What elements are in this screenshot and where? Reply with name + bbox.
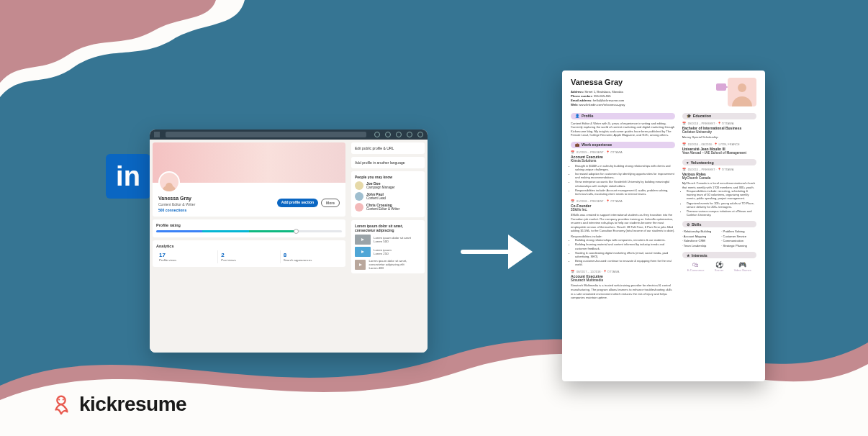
interest-item: 🎮Video Games (734, 261, 751, 272)
rating-slider[interactable] (156, 230, 342, 232)
graduation-icon: 🎓 (687, 114, 691, 118)
browser-toolbar (150, 130, 428, 140)
resume-avatar (728, 78, 756, 106)
section-volunteering: ♥Volunteering (682, 159, 756, 165)
skill-item: · Team Leadership (682, 244, 718, 248)
promoted-item[interactable]: Lorem ipsumLorem 250 (355, 247, 421, 257)
pymk-item[interactable]: Joe DoeCampaign Manager (355, 181, 421, 190)
skill-item: · Salesforce CRM (682, 239, 718, 243)
more-button[interactable]: More (321, 199, 340, 207)
kickresume-icon (50, 394, 72, 415)
skill-item: · Customer Service (721, 235, 756, 239)
profile-rating-card: Profile rating (153, 219, 345, 237)
svg-point-1 (58, 399, 60, 400)
analytics-cell[interactable]: 17Profile views (156, 250, 218, 263)
user-icon: 👤 (575, 114, 579, 118)
skill-item: · Problem Solving (721, 230, 756, 234)
add-profile-section-button[interactable]: Add profile section (277, 199, 318, 207)
brand-name: kickresume (79, 393, 186, 416)
nav-messaging-icon[interactable] (407, 132, 412, 137)
nav-jobs-icon[interactable] (396, 132, 402, 137)
skill-item: · Account Mapping (682, 235, 718, 239)
experience-item: 01/2018 – PRESENT · 📍 OTTAWA Co-Founder … (571, 199, 675, 266)
brand-logo: kickresume (50, 393, 186, 416)
gear-icon: ⚙ (687, 222, 690, 227)
skill-item: · Strategic Planning (721, 244, 756, 248)
promoted-item[interactable]: Lorem ipsum dolor sit ametLorem 500 (355, 235, 421, 245)
add-language-link[interactable]: Add profile in another language (351, 157, 425, 168)
svg-point-2 (63, 399, 64, 400)
analytics-title: Analytics (156, 244, 342, 248)
promoted-card: Lorem ipsum dolor sit amet, consectetur … (351, 220, 425, 273)
pymk-item[interactable]: Chris CrossingContent Editor & Writer (355, 203, 421, 212)
experience-item: 01/2019 – PRESENT · 📍 OTTAWA Account Exe… (571, 150, 675, 196)
edit-public-profile-link[interactable]: Edit public profile & URL (351, 142, 425, 154)
arrow-icon (461, 227, 540, 277)
linkedin-icon: in (106, 154, 150, 199)
nav-network-icon[interactable] (385, 132, 391, 137)
window-control (154, 132, 160, 137)
skill-item: · Relationship Building (682, 230, 718, 234)
analytics-cell[interactable]: 2Post views (218, 250, 280, 263)
heart-icon: ♥ (687, 160, 689, 165)
nav-home-icon[interactable] (374, 132, 380, 137)
analytics-card: Analytics 17Profile views2Post views8Sea… (153, 240, 345, 267)
speech-bubble-icon (716, 83, 726, 91)
profile-name: Vanessa Gray (158, 196, 195, 201)
promoted-title: Lorem ipsum dolor sit amet, consectetur … (355, 224, 421, 232)
section-education: 🎓Education (682, 113, 756, 119)
profile-banner (153, 142, 345, 183)
nav-notifications-icon[interactable] (417, 132, 423, 137)
resume-name: Vanessa Gray (571, 78, 625, 86)
experience-item: 08/2017 – 12/2018 · 📍 OTTAWA Account Exe… (571, 270, 675, 299)
experience-item: 01/2016 – 06/2016 · 📍 LYON, FRANCE Unive… (682, 142, 756, 155)
pymk-title: People you may know (355, 175, 421, 179)
pymk-item[interactable]: John PaulContent Lead (355, 192, 421, 201)
experience-item: 05/2015 – PRESENT · 📍 OTTAWA Various Rol… (682, 168, 756, 217)
resume-document: Vanessa Gray Address: Street 1, Bratisla… (562, 71, 765, 381)
pymk-card: People you may know Joe DoeCampaign Mana… (351, 171, 425, 217)
linkedin-profile-card: Vanessa Gray Content Editor & Writer 500… (150, 130, 428, 353)
interest-item: ⚽Soccer (715, 261, 723, 272)
resume-contact: Address: Street 1, Bratislava, Slovakia … (571, 90, 625, 107)
section-profile: 👤Profile (571, 113, 675, 119)
profile-rating-title: Profile rating (156, 223, 342, 227)
promoted-item[interactable]: Lorem ipsum dolor sit amet, consectetur … (355, 259, 421, 270)
search-input[interactable] (166, 132, 366, 137)
briefcase-icon: 💼 (575, 142, 579, 147)
star-icon: ★ (687, 253, 690, 258)
profile-hero: Vanessa Gray Content Editor & Writer 500… (153, 142, 345, 217)
profile-headline: Content Editor & Writer (158, 202, 195, 206)
svg-point-0 (57, 396, 65, 404)
skill-item: · Communication (721, 239, 756, 243)
avatar (158, 171, 180, 193)
experience-item: 09/2013 – PRESENT · 📍 OTTAWA Bachelor of… (682, 122, 756, 140)
analytics-cell[interactable]: 8Search appearances (281, 250, 342, 263)
interest-item: 🛍E-Commerce (687, 261, 705, 272)
profile-connections[interactable]: 500 connections (158, 208, 195, 212)
section-skills: ⚙Skills (682, 221, 756, 227)
section-interests: ★Interests (682, 252, 756, 258)
section-work: 💼Work experience (571, 142, 675, 148)
decor-wave-top (0, 0, 245, 122)
